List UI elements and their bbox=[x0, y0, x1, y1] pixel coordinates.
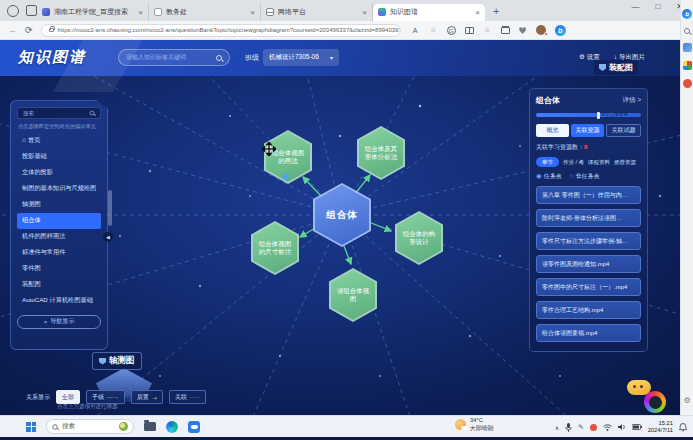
wifi-icon[interactable] bbox=[603, 424, 612, 431]
bing-copilot-icon[interactable]: b bbox=[682, 9, 692, 19]
filter-course-material[interactable]: 课程资料 bbox=[588, 159, 610, 166]
floating-app-widget[interactable] bbox=[644, 391, 666, 413]
notification-dot bbox=[544, 32, 548, 36]
search-icon bbox=[90, 111, 95, 116]
resource-item[interactable]: 组合体读图要领.mp4 bbox=[536, 324, 641, 342]
sidebar-item-standard-parts[interactable]: 标准件与常用件 bbox=[17, 245, 101, 261]
sidebar-item-drawing-basics[interactable]: 制图的基本知识与尺规绘图 bbox=[17, 181, 101, 197]
sidebar-item-projection-basics[interactable]: 投影基础 bbox=[17, 149, 101, 165]
tab-close-icon[interactable]: × bbox=[134, 8, 143, 17]
tray-app-icon[interactable] bbox=[590, 424, 597, 431]
radio-non-task-point[interactable]: ○非任务点 bbox=[570, 172, 600, 181]
notification-bell-icon[interactable] bbox=[679, 423, 687, 432]
sidebar-collapse-button[interactable]: ◀ bbox=[103, 232, 113, 242]
split-screen-icon[interactable] bbox=[465, 27, 474, 34]
filter-homework[interactable]: 作业 / 考 bbox=[563, 159, 584, 166]
copilot-icon[interactable]: b bbox=[555, 25, 566, 36]
window-minimize-button[interactable]: — bbox=[631, 2, 639, 11]
mastery-slider[interactable]: 知识点掌握度 bbox=[536, 113, 641, 117]
profile-avatar[interactable] bbox=[536, 25, 546, 35]
filter-recommended[interactable]: 推荐资源 bbox=[614, 159, 636, 166]
edge-browser-icon[interactable] bbox=[166, 421, 178, 433]
sidebar-item-autocad[interactable]: AutoCAD 计算机绘图基础 bbox=[17, 293, 101, 309]
sidebar-settings-icon[interactable]: ⚙ bbox=[683, 396, 690, 405]
tab-related-questions[interactable]: 关联试题 bbox=[606, 124, 641, 137]
resource-item[interactable]: 零件图中的尺寸标注（一）.mp4 bbox=[536, 278, 641, 296]
microphone-icon[interactable] bbox=[565, 423, 572, 432]
browser-essentials-icon[interactable] bbox=[519, 26, 527, 34]
tab-academic-office[interactable]: 教务处 × bbox=[149, 4, 261, 21]
tab-title: 教务处 bbox=[166, 7, 246, 17]
slider-thumb[interactable] bbox=[597, 112, 600, 119]
tab-network-platform[interactable]: 网络平台 × bbox=[261, 4, 373, 21]
learning-app-icon[interactable] bbox=[188, 421, 200, 433]
resource-item[interactable]: 零件尺寸标注方法步骤举例-轴… bbox=[536, 232, 641, 250]
workspaces-icon[interactable] bbox=[7, 5, 19, 17]
knowledge-graph-page: 知识图谱 请输入知识标签关键词 班级 机械设计7305-06 ▾ ⚙设置 ↓导出… bbox=[0, 40, 693, 415]
sidebar-app-icon[interactable] bbox=[683, 79, 692, 88]
filter-chapter[interactable]: 章节 bbox=[536, 157, 559, 167]
legend-related-button[interactable]: 关联····· bbox=[169, 390, 206, 404]
extension-g-icon[interactable]: G bbox=[447, 26, 456, 35]
detail-link[interactable]: 详情 > bbox=[622, 96, 641, 105]
radio-task-point[interactable]: ◉任务点 bbox=[536, 172, 562, 181]
sidebar-item-assembly-drawing[interactable]: 装配图 bbox=[17, 277, 101, 293]
file-explorer-icon[interactable] bbox=[144, 422, 156, 431]
volume-icon[interactable] bbox=[618, 423, 626, 431]
legend-all-button[interactable]: 全部 bbox=[56, 390, 80, 404]
collections-icon[interactable] bbox=[501, 27, 510, 34]
read-aloud-icon[interactable]: A bbox=[411, 27, 420, 34]
sidebar-item-home[interactable]: ⌂首页 bbox=[17, 133, 101, 149]
start-button[interactable] bbox=[26, 422, 36, 432]
sidebar-search-icon[interactable] bbox=[684, 28, 690, 34]
resource-item[interactable]: 陈时萍老师-形体分析法读图… bbox=[536, 209, 641, 227]
battery-icon[interactable] bbox=[632, 424, 642, 430]
pen-icon[interactable]: ✎ bbox=[578, 423, 583, 431]
dotted-line-icon: ····· bbox=[190, 394, 200, 400]
region-label-axonometric[interactable]: 轴测图 bbox=[92, 352, 142, 370]
tab-close-icon[interactable]: × bbox=[246, 8, 255, 17]
office-icon[interactable] bbox=[683, 61, 692, 70]
sidebar-item-solid-projection[interactable]: 立体的投影 bbox=[17, 165, 101, 181]
nav-display-toggle[interactable]: × 导航显示 bbox=[17, 315, 101, 329]
tray-overflow-icon[interactable]: ∧ bbox=[555, 424, 559, 431]
window-maximize-button[interactable]: □ bbox=[655, 2, 660, 11]
sidebar-search-input[interactable]: 搜索 bbox=[17, 107, 101, 119]
favorites-bar-icon[interactable]: ☆ bbox=[483, 26, 492, 34]
tab-knowledge-graph[interactable]: 知识图谱 × bbox=[373, 4, 485, 21]
tab-title: 知识图谱 bbox=[390, 7, 471, 17]
legend-post-button[interactable]: 后置⇢ bbox=[131, 390, 163, 404]
tab-title: 湖南工程学院_百度搜索 bbox=[54, 7, 134, 17]
tab-close-icon[interactable]: × bbox=[358, 8, 367, 17]
sidebar-resize-handle[interactable] bbox=[108, 190, 112, 226]
resource-item[interactable]: 读零件图及测绘通知.mp4 bbox=[536, 255, 641, 273]
tab-close-icon[interactable]: × bbox=[471, 8, 480, 17]
resource-item[interactable]: 第八章 零件图（一）作用与内… bbox=[536, 186, 641, 204]
region-label-assembly[interactable]: 装配图 bbox=[594, 60, 638, 75]
tab-actions-icon[interactable] bbox=[26, 5, 37, 16]
legend-hint: 点击上方选项可进行筛选 bbox=[57, 403, 118, 410]
designer-icon[interactable] bbox=[683, 43, 692, 52]
weather-widget[interactable]: 34°C 大部晴朗 bbox=[455, 417, 493, 432]
taskbar-clock[interactable]: 15:21 2024/7/11 bbox=[648, 420, 673, 434]
url-field[interactable]: https://mooc2-ans.chaoxing.com/mooc2-ans… bbox=[41, 24, 401, 37]
class-select[interactable]: 机械设计7305-06 ▾ bbox=[263, 49, 339, 66]
knowledge-search-input[interactable]: 请输入知识标签关键词 bbox=[118, 49, 230, 66]
sidebar-item-part-drawing-methods[interactable]: 机件的图样画法 bbox=[17, 229, 101, 245]
tab-related-resources[interactable]: 关联资源 bbox=[571, 124, 604, 137]
panel-title: 组合体 bbox=[536, 95, 560, 106]
sidebar-item-part-drawing[interactable]: 零件图 bbox=[17, 261, 101, 277]
sidebar-item-composite-solid[interactable]: 组合体 bbox=[17, 213, 101, 229]
sidebar-item-axonometric[interactable]: 轴测图 bbox=[17, 197, 101, 213]
refresh-icon[interactable]: ⟳ bbox=[25, 25, 33, 35]
new-tab-button[interactable]: + bbox=[493, 5, 499, 17]
taskbar-search[interactable]: 搜索 bbox=[46, 419, 134, 434]
url-text: https://mooc2-ans.chaoxing.com/mooc2-ans… bbox=[58, 27, 401, 33]
legend-child-button[interactable]: 子级—→ bbox=[86, 390, 125, 404]
tab-school-search[interactable]: 湖南工程学院_百度搜索 × bbox=[37, 4, 149, 21]
favorite-star-icon[interactable]: ☆ bbox=[429, 26, 438, 34]
search-icon[interactable] bbox=[216, 55, 222, 61]
tab-overview[interactable]: 概览 bbox=[536, 124, 569, 137]
back-icon[interactable]: ← bbox=[8, 25, 17, 35]
resource-item[interactable]: 零件合理工艺结构.mp4 bbox=[536, 301, 641, 319]
